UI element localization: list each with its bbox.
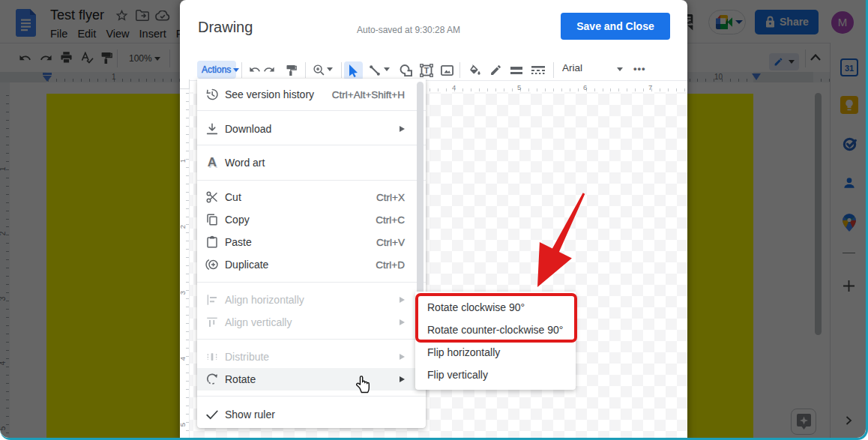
svg-text:T: T	[424, 66, 430, 75]
